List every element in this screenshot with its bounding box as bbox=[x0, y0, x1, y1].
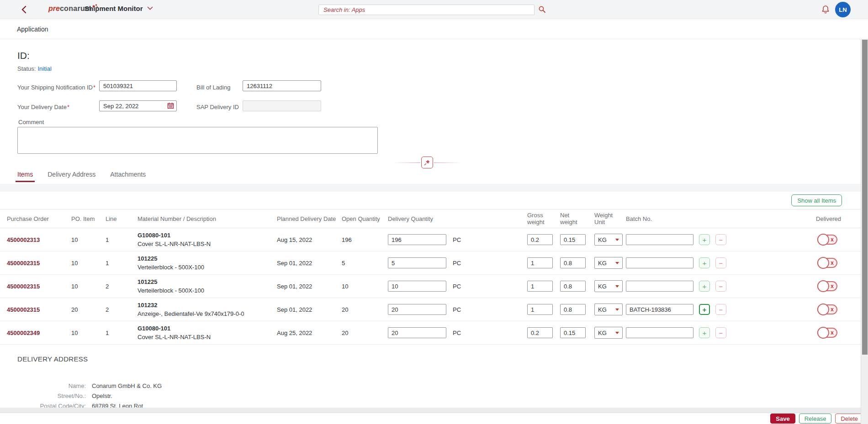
purchase-order-link[interactable]: 4500002315 bbox=[7, 283, 40, 290]
bill-of-lading-input[interactable] bbox=[243, 80, 321, 91]
save-button[interactable]: Save bbox=[770, 414, 795, 424]
net-weight-input[interactable] bbox=[560, 257, 586, 268]
delete-button[interactable]: Delete bbox=[835, 414, 863, 424]
weight-unit-select[interactable]: KG bbox=[594, 304, 623, 315]
delivered-toggle[interactable]: x bbox=[817, 328, 837, 338]
toggle-knob bbox=[817, 280, 829, 292]
comment-label: Comment bbox=[18, 119, 44, 126]
app-title-menu[interactable]: Shipment Monitor bbox=[85, 5, 153, 12]
purchase-order-link[interactable]: 4500002315 bbox=[7, 260, 40, 267]
table-row: 4500002313 10 1 G10080-101 Cover SL-L-NR… bbox=[0, 228, 861, 251]
pin-header-button[interactable] bbox=[421, 157, 433, 168]
add-batch-button[interactable]: + bbox=[699, 281, 710, 292]
col-material: Material Number / Description bbox=[138, 215, 277, 222]
tab-items[interactable]: Items bbox=[17, 171, 33, 182]
show-all-items-button[interactable]: Show all Items bbox=[791, 194, 842, 206]
comment-textarea[interactable] bbox=[17, 127, 378, 154]
footer-separator bbox=[0, 408, 868, 413]
address-name-row: Name: Conarum GmbH & Co. KG bbox=[17, 381, 162, 391]
weight-unit-select[interactable]: KG bbox=[594, 234, 623, 246]
section-separator bbox=[0, 184, 868, 192]
material-number: G10080-101 bbox=[138, 231, 277, 240]
delivery-date-input[interactable] bbox=[99, 100, 177, 111]
delivered-toggle[interactable]: x bbox=[817, 304, 837, 314]
line-cell: 2 bbox=[106, 283, 138, 290]
net-weight-input[interactable] bbox=[560, 281, 586, 292]
delivery-quantity-input[interactable] bbox=[388, 327, 446, 338]
delivered-toggle[interactable]: x bbox=[817, 235, 837, 245]
add-batch-button[interactable]: + bbox=[699, 234, 710, 245]
material-cell: G10080-101 Cover SL-L-NR-NAT-LBS-N bbox=[138, 324, 277, 341]
remove-batch-button[interactable]: − bbox=[715, 327, 726, 338]
net-weight-input[interactable] bbox=[560, 327, 586, 338]
net-weight-input[interactable] bbox=[560, 234, 586, 245]
gross-weight-input[interactable] bbox=[527, 234, 553, 245]
gross-weight-input[interactable] bbox=[527, 281, 553, 292]
gross-weight-input[interactable] bbox=[527, 327, 553, 338]
delivered-toggle[interactable]: x bbox=[817, 281, 837, 291]
table-body: 4500002313 10 1 G10080-101 Cover SL-L-NR… bbox=[0, 228, 861, 345]
tab-bar: Items Delivery Address Attachments bbox=[17, 171, 146, 182]
back-icon[interactable] bbox=[21, 5, 27, 16]
tab-delivery-address[interactable]: Delivery Address bbox=[48, 171, 95, 182]
select-chevron-icon bbox=[615, 309, 619, 311]
purchase-order-link[interactable]: 4500002349 bbox=[7, 330, 40, 336]
net-weight-input[interactable] bbox=[560, 304, 586, 315]
col-open-quantity: Open Quantity bbox=[342, 215, 388, 222]
batch-input[interactable] bbox=[626, 327, 693, 338]
col-net-weight: Net weight bbox=[560, 212, 594, 225]
weight-unit-select[interactable]: KG bbox=[594, 257, 623, 269]
gross-weight-input[interactable] bbox=[527, 304, 553, 315]
col-batch-no: Batch No. bbox=[626, 215, 699, 222]
vertical-scrollbar[interactable] bbox=[861, 39, 868, 424]
gross-weight-input[interactable] bbox=[527, 257, 553, 268]
search-input[interactable] bbox=[318, 5, 535, 15]
notifications-bell-icon[interactable] bbox=[821, 5, 830, 16]
col-gross-weight: Gross weight bbox=[527, 212, 560, 225]
delivery-quantity-input[interactable] bbox=[388, 281, 446, 292]
open-quantity-cell: 20 bbox=[342, 330, 388, 336]
delivery-date-label: Your Delivery Date* bbox=[17, 104, 69, 110]
release-button[interactable]: Release bbox=[799, 414, 832, 424]
unit-label: PC bbox=[453, 306, 461, 313]
line-cell: 1 bbox=[106, 260, 138, 267]
batch-input[interactable] bbox=[626, 257, 693, 268]
remove-batch-button[interactable]: − bbox=[715, 234, 726, 245]
purchase-order-link[interactable]: 4500002315 bbox=[7, 306, 40, 313]
remove-batch-button[interactable]: − bbox=[715, 257, 726, 268]
weight-unit-select[interactable]: KG bbox=[594, 280, 623, 292]
material-number: 101225 bbox=[138, 277, 277, 286]
chevron-down-icon bbox=[147, 6, 153, 10]
tab-attachments[interactable]: Attachments bbox=[110, 171, 146, 182]
weight-unit-select[interactable]: KG bbox=[594, 327, 623, 339]
status-badge: Initial bbox=[37, 65, 51, 72]
open-quantity-cell: 196 bbox=[342, 236, 388, 243]
calendar-icon[interactable] bbox=[167, 102, 174, 111]
purchase-order-link[interactable]: 4500002313 bbox=[7, 236, 40, 243]
delivery-quantity-input[interactable] bbox=[388, 304, 446, 315]
batch-input[interactable] bbox=[626, 281, 693, 292]
remove-batch-button[interactable]: − bbox=[715, 304, 726, 315]
delivery-quantity-input[interactable] bbox=[388, 234, 446, 245]
address-name-value: Conarum GmbH & Co. KG bbox=[92, 381, 162, 391]
add-batch-button[interactable]: + bbox=[699, 304, 710, 315]
batch-input[interactable] bbox=[626, 234, 693, 245]
shipping-notification-input[interactable] bbox=[99, 80, 177, 91]
delivered-toggle[interactable]: x bbox=[817, 258, 837, 268]
add-batch-button[interactable]: + bbox=[699, 327, 710, 338]
remove-batch-button[interactable]: − bbox=[715, 281, 726, 292]
batch-input[interactable] bbox=[626, 304, 693, 315]
scrollbar-thumb[interactable] bbox=[862, 40, 868, 355]
pin-divider bbox=[393, 157, 461, 168]
shipping-notification-label: Your Shipping Notification ID* bbox=[17, 84, 95, 91]
col-planned-date: Planned Delivery Date bbox=[277, 215, 342, 222]
delivery-quantity-input[interactable] bbox=[388, 257, 446, 268]
material-description: Cover SL-L-NR-NAT-LBS-N bbox=[138, 240, 277, 248]
add-batch-button[interactable]: + bbox=[699, 257, 710, 268]
material-number: G10080-101 bbox=[138, 324, 277, 333]
logo-pre: pre bbox=[48, 5, 60, 12]
avatar[interactable]: LN bbox=[835, 2, 851, 17]
select-chevron-icon bbox=[615, 239, 619, 241]
table-row: 4500002349 10 1 G10080-101 Cover SL-L-NR… bbox=[0, 321, 861, 345]
search-icon[interactable] bbox=[538, 5, 546, 15]
